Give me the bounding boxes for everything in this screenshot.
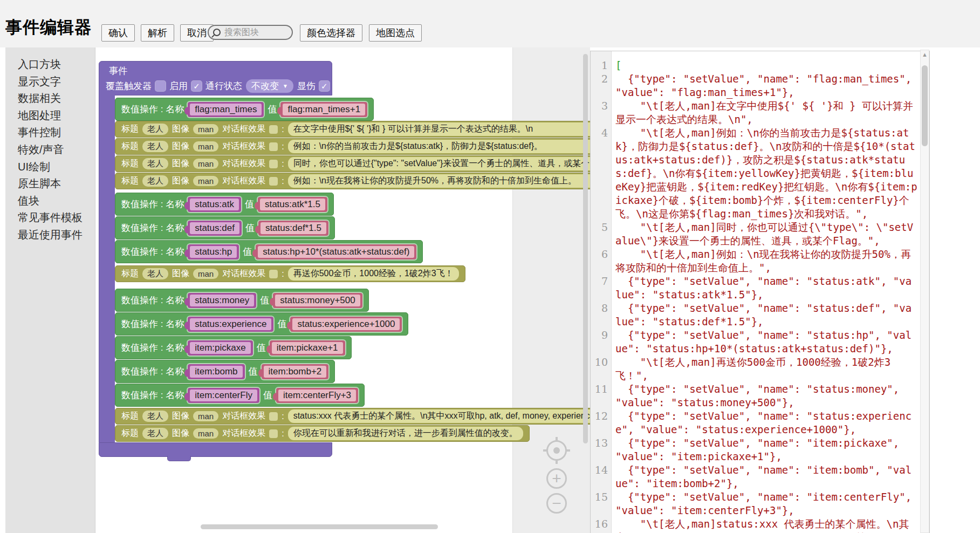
dialog-effect-checkbox[interactable] — [269, 177, 278, 186]
dialog-effect-checkbox[interactable] — [269, 125, 278, 134]
dialog-text-field[interactable]: 例如：\n现在我将让你的攻防提升50%，再将攻防和的十倍加到生命值上。 — [288, 174, 590, 188]
workspace-vertical-scrollbar[interactable] — [583, 54, 588, 443]
speaker-chip[interactable]: 老人 — [142, 268, 168, 279]
image-chip[interactable]: man — [193, 428, 218, 439]
speaker-chip[interactable]: 老人 — [142, 411, 168, 422]
name-slot[interactable]: status:def — [188, 221, 242, 236]
value-slot[interactable]: status:atk*1.5 — [258, 197, 327, 212]
code-scrollbar[interactable]: ▲ — [920, 50, 929, 533]
setvalue-block[interactable]: 数值操作 : 名称status:money值status:money+500 — [115, 289, 369, 312]
name-field[interactable]: status:atk — [190, 199, 239, 210]
title-block[interactable]: 标题老人图像man对话框效果:例如：\n你的当前攻击力是${status:atk… — [115, 138, 590, 155]
dialog-effect-checkbox[interactable] — [269, 412, 278, 421]
setvalue-block[interactable]: 数值操作 : 名称status:hp值status:hp+10*(status:… — [115, 240, 423, 263]
name-slot[interactable]: item:pickaxe — [188, 340, 252, 356]
value-field[interactable]: item:pickaxe+1 — [272, 342, 343, 354]
sidebar-category-item[interactable]: 特效/声音 — [5, 141, 95, 159]
value-field[interactable]: flag:man_times+1 — [283, 104, 365, 115]
search-input[interactable] — [223, 27, 285, 38]
zoom-reset-button[interactable] — [546, 440, 567, 461]
enable-checkbox[interactable]: ✓ — [191, 81, 202, 91]
code-editor[interactable]: 1[2 {"type": "setValue", "name": "flag:m… — [590, 51, 930, 533]
dialog-effect-checkbox[interactable] — [269, 160, 278, 168]
dialog-text-field[interactable]: 例如：\n你的当前攻击力是${status:atk}，防御力是${status:… — [288, 140, 590, 153]
name-field[interactable]: item:centerFly — [190, 390, 257, 401]
value-slot[interactable]: status:hp+10*(status:atk+status:def) — [256, 244, 416, 259]
value-slot[interactable]: item:pickaxe+1 — [270, 340, 345, 356]
title-block[interactable]: 标题老人图像man对话框效果:你现在可以重新和我进行对话，进一步看到属性值的改变… — [115, 425, 530, 442]
name-field[interactable]: status:hp — [190, 246, 237, 258]
zoom-out-button[interactable]: − — [546, 493, 567, 514]
setvalue-block[interactable]: 数值操作 : 名称status:def值status:def*1.5 — [115, 216, 335, 240]
value-field[interactable]: status:hp+10*(status:atk+status:def) — [258, 246, 414, 258]
toolbar-button[interactable]: 确认 — [101, 24, 135, 42]
value-slot[interactable]: status:money+500 — [273, 293, 362, 308]
sidebar-category-item[interactable]: 原生脚本 — [5, 175, 95, 193]
setvalue-block[interactable]: 数值操作 : 名称item:pickaxe值item:pickaxe+1 — [115, 336, 352, 359]
search-box[interactable] — [208, 25, 293, 40]
title-block[interactable]: 标题老人图像man对话框效果:status:xxx 代表勇士的某个属性。\n其中… — [115, 408, 590, 425]
name-slot[interactable]: status:hp — [188, 244, 239, 259]
toolbar-button[interactable]: 颜色选择器 — [300, 24, 362, 42]
setvalue-block[interactable]: 数值操作 : 名称status:experience值status:experi… — [115, 312, 408, 336]
setvalue-block[interactable]: 数值操作 : 名称status:atk值status:atk*1.5 — [115, 193, 334, 216]
pass-state-dropdown[interactable]: 不改变 ▼ — [246, 79, 293, 93]
image-chip[interactable]: man — [193, 411, 218, 421]
title-block[interactable]: 标题老人图像man对话框效果:同时，你也可以通过{"type": "setVal… — [115, 155, 590, 172]
toolbar-button[interactable]: 解析 — [141, 24, 174, 42]
value-slot[interactable]: status:def*1.5 — [258, 221, 328, 236]
dialog-effect-checkbox[interactable] — [269, 429, 278, 438]
sidebar-category-item[interactable]: 最近使用事件 — [5, 227, 95, 244]
speaker-chip[interactable]: 老人 — [142, 141, 168, 152]
value-field[interactable]: status:money+500 — [275, 295, 360, 306]
workspace-horizontal-scrollbar[interactable] — [201, 524, 438, 529]
name-slot[interactable]: item:bomb — [188, 364, 244, 379]
speaker-chip[interactable]: 老人 — [142, 158, 168, 169]
dialog-text-field[interactable]: 你现在可以重新和我进行对话，进一步看到属性值的改变。 — [288, 427, 523, 440]
damage-checkbox[interactable]: ✓ — [319, 81, 330, 91]
setvalue-block[interactable]: 数值操作 : 名称item:centerFly值item:centerFly+3 — [115, 384, 365, 407]
name-field[interactable]: status:money — [190, 295, 254, 306]
value-slot[interactable]: item:centerFly+3 — [276, 388, 358, 403]
blockly-workspace[interactable]: 事件 覆盖触发器 启用 ✓ 通行状态 不改变 ▼ 显伤 ✓ 数值操作 : 名称f… — [95, 47, 590, 533]
image-chip[interactable]: man — [193, 141, 218, 152]
name-slot[interactable]: status:money — [188, 293, 256, 308]
value-slot[interactable]: status:experience+1000 — [290, 317, 402, 332]
speaker-chip[interactable]: 老人 — [142, 175, 168, 187]
image-chip[interactable]: man — [193, 269, 218, 279]
image-chip[interactable]: man — [193, 124, 218, 134]
dialog-effect-checkbox[interactable] — [269, 142, 278, 151]
dialog-text-field[interactable]: 再送你500金币，1000经验，1破2炸3飞！ — [288, 267, 459, 281]
name-field[interactable]: status:def — [190, 222, 239, 234]
event-block-header[interactable]: 事件 覆盖触发器 启用 ✓ 通行状态 不改变 ▼ 显伤 ✓ — [99, 61, 332, 95]
dialog-text-field[interactable]: status:xxx 代表勇士的某个属性。\n其中xxx可取hp, atk, d… — [288, 409, 590, 423]
title-block[interactable]: 标题老人图像man对话框效果:例如：\n现在我将让你的攻防提升50%，再将攻防和… — [115, 173, 590, 189]
sidebar-category-item[interactable]: 值块 — [5, 193, 95, 210]
value-field[interactable]: status:atk*1.5 — [260, 199, 325, 210]
title-block[interactable]: 标题老人图像man对话框效果:再送你500金币，1000经验，1破2炸3飞！ — [115, 265, 465, 282]
sidebar-category-item[interactable]: 地图处理 — [5, 107, 95, 125]
setvalue-block[interactable]: 数值操作 : 名称flag:man_times值flag:man_times+1 — [115, 98, 374, 121]
sidebar-category-item[interactable]: 数据相关 — [5, 90, 95, 107]
value-field[interactable]: item:bomb+2 — [264, 366, 327, 378]
value-field[interactable]: status:def*1.5 — [261, 222, 326, 234]
sidebar-category-item[interactable]: 事件控制 — [5, 124, 95, 141]
dialog-text-field[interactable]: 同时，你也可以通过{"type": "setValue"}来设置一个勇士的属性、… — [288, 157, 590, 170]
trigger-checkbox[interactable] — [155, 81, 166, 91]
sidebar-category-item[interactable]: UI绘制 — [5, 159, 95, 176]
toolbar-button[interactable]: 地图选点 — [369, 24, 422, 42]
value-slot[interactable]: flag:man_times+1 — [280, 102, 367, 117]
name-field[interactable]: item:pickaxe — [190, 342, 250, 354]
name-field[interactable]: item:bomb — [190, 366, 242, 378]
sidebar-category-item[interactable]: 入口方块 — [5, 56, 95, 73]
image-chip[interactable]: man — [193, 159, 218, 169]
name-slot[interactable]: flag:man_times — [188, 102, 264, 117]
speaker-chip[interactable]: 老人 — [142, 124, 168, 135]
sidebar-category-item[interactable]: 常见事件模板 — [5, 209, 95, 227]
name-field[interactable]: status:experience — [190, 318, 271, 330]
value-slot[interactable]: item:bomb+2 — [262, 364, 329, 379]
zoom-in-button[interactable]: + — [546, 468, 567, 489]
dialog-effect-checkbox[interactable] — [269, 270, 278, 278]
name-slot[interactable]: status:experience — [188, 317, 273, 332]
speaker-chip[interactable]: 老人 — [142, 428, 168, 439]
